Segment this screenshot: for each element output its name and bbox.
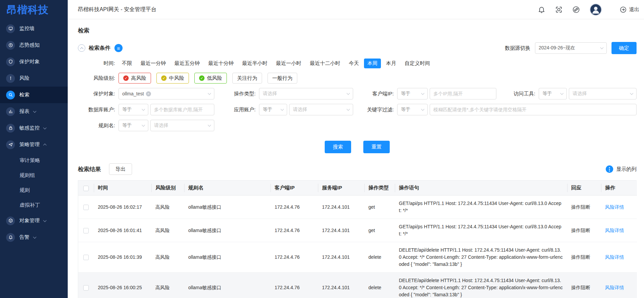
- column-header-8[interactable]: 操作: [601, 181, 637, 196]
- time-option-9[interactable]: 本月: [383, 59, 400, 68]
- table-row: 2025-08-26 16:00:25高风险ollama敏感接口172.24.4…: [78, 273, 637, 298]
- time-option-5[interactable]: 最近一小时: [273, 59, 305, 68]
- sidebar-subitem-audit-policy[interactable]: 审计策略: [0, 153, 68, 168]
- cell-server-ip: 172.24.4.101: [318, 242, 364, 273]
- cell-server-ip: 172.24.4.101: [318, 196, 364, 219]
- logout-arrow-icon: [620, 6, 627, 13]
- sidebar-item-policy-management[interactable]: 策略管理: [0, 136, 68, 153]
- sidebar-item-risk[interactable]: 风险: [0, 70, 68, 87]
- cell-risk-level: 高风险: [151, 219, 184, 242]
- risk-detail-link[interactable]: 风险详情: [605, 228, 624, 233]
- fullscreen-icon[interactable]: [555, 6, 563, 14]
- sidebar-item-alerts[interactable]: 告警: [0, 229, 68, 246]
- row-checkbox[interactable]: [83, 255, 89, 260]
- sidebar-item-situation-awareness[interactable]: 态势感知: [0, 37, 68, 53]
- risk-detail-link[interactable]: 风险详情: [605, 254, 624, 260]
- column-header-7[interactable]: 回应: [567, 181, 601, 196]
- rule-name-select[interactable]: 请选择: [150, 120, 214, 131]
- time-option-6[interactable]: 最近十二小时: [306, 59, 344, 68]
- time-option-10[interactable]: 自定义时间: [401, 59, 433, 68]
- user-avatar[interactable]: [589, 3, 602, 16]
- time-option-7[interactable]: 今天: [345, 59, 362, 68]
- db-account-input[interactable]: [150, 104, 214, 115]
- column-header-5[interactable]: 操作类型: [364, 181, 395, 196]
- client-ip-op-select[interactable]: 等于: [397, 88, 428, 99]
- tag-remove-icon[interactable]: ×: [146, 91, 151, 96]
- sidebar-item-protected-objects[interactable]: 保护对象: [0, 53, 68, 70]
- keyword-input[interactable]: [430, 104, 637, 115]
- row-checkbox[interactable]: [83, 205, 89, 210]
- sidebar-subitem-rule[interactable]: 规则: [0, 183, 68, 198]
- risk-detail-link[interactable]: 风险详情: [605, 285, 624, 290]
- logout-label: 退出: [629, 6, 639, 13]
- select-all-checkbox[interactable]: [83, 186, 89, 191]
- search-button[interactable]: 搜索: [325, 141, 351, 153]
- sidebar-item-object-management[interactable]: 对象管理: [0, 212, 68, 229]
- db-account-op-select[interactable]: 等于: [119, 104, 148, 115]
- column-header-2[interactable]: 规则名: [184, 181, 271, 196]
- risk-option-high[interactable]: ✓高风险: [119, 73, 151, 84]
- reset-button[interactable]: 重置: [363, 141, 390, 153]
- column-header-6[interactable]: 操作语句: [395, 181, 567, 196]
- cell-rule-name: ollama敏感接口: [184, 219, 271, 242]
- keyword-op-select[interactable]: 等于: [397, 104, 428, 115]
- time-option-1[interactable]: 最近一分钟: [137, 59, 169, 68]
- sidebar-item-reports[interactable]: 报表: [0, 103, 68, 120]
- cell-statement: DELETE/api/delete HTTP/1.1 Host: 172.24.…: [395, 273, 567, 298]
- protected-object-select[interactable]: ollma_test ×: [119, 88, 214, 99]
- risk-option-medium[interactable]: ✓中风险: [156, 73, 189, 84]
- form-row-3: 规则名: 等于 请选择: [78, 120, 637, 131]
- table-row: 2025-08-26 16:01:39高风险ollama敏感接口172.24.4…: [78, 242, 637, 273]
- column-header-1[interactable]: 风险级别: [151, 181, 184, 196]
- topbar: 昂楷科技API网关 - 安全管理平台 退出: [68, 0, 644, 19]
- confirm-button[interactable]: 确定: [611, 42, 637, 54]
- notification-bell-icon[interactable]: [538, 6, 545, 14]
- risk-option-normal[interactable]: 一般行为: [267, 73, 297, 84]
- column-header-3[interactable]: 客户端IP: [271, 181, 318, 196]
- cell-operation-type: delete: [364, 273, 395, 298]
- results-title: 检索结果: [78, 165, 101, 173]
- datasource-select[interactable]: 2024-09-26~现在: [535, 42, 607, 54]
- link-icon[interactable]: [572, 6, 580, 14]
- collapse-icon[interactable]: [78, 44, 85, 52]
- time-option-0[interactable]: 不限: [119, 59, 135, 68]
- cell-risk-level: 高风险: [151, 196, 184, 219]
- cell-statement: DELETE/api/delete HTTP/1.1 Host: 172.24.…: [395, 242, 567, 273]
- access-tool-select[interactable]: 请选择: [569, 88, 637, 99]
- search-icon: [6, 91, 15, 99]
- row-checkbox[interactable]: [83, 285, 89, 291]
- chevron-down-icon: [347, 91, 350, 95]
- row-checkbox[interactable]: [83, 228, 89, 233]
- columns-label: 显示的列: [616, 166, 637, 173]
- field-operation-type: 操作类型: 请选择: [214, 88, 353, 99]
- filter-menu-icon[interactable]: ≡: [114, 44, 123, 52]
- app-account-select[interactable]: 请选择: [289, 104, 353, 115]
- logout-button[interactable]: 退出: [620, 6, 639, 13]
- risk-option-low[interactable]: ✓低风险: [194, 73, 227, 84]
- sidebar-item-sensitive-monitor[interactable]: 敏感监控: [0, 120, 68, 136]
- risk-detail-link[interactable]: 风险详情: [605, 204, 624, 210]
- client-ip-input[interactable]: [430, 88, 496, 99]
- sidebar-subitem-rule-group[interactable]: 规则组: [0, 168, 68, 183]
- sidebar-item-label: 告警: [19, 234, 29, 240]
- sidebar-subitem-virtual-patch[interactable]: 虚拟补丁: [0, 198, 68, 212]
- access-tool-op-select[interactable]: 等于: [539, 88, 567, 99]
- export-button[interactable]: 导出: [109, 163, 132, 175]
- sidebar-item-search[interactable]: 检索: [0, 87, 68, 103]
- time-option-8[interactable]: 本周: [364, 59, 381, 68]
- monitor-icon: [6, 24, 15, 33]
- sidebar-item-monitor-wall[interactable]: 监控墙: [0, 20, 68, 37]
- column-header-0[interactable]: 时间: [94, 181, 151, 196]
- operation-type-select[interactable]: 请选择: [259, 88, 353, 99]
- time-option-2[interactable]: 最近五分钟: [171, 59, 203, 68]
- risk-option-label: 高风险: [131, 75, 146, 82]
- table-row: 2025-08-26 16:02:17高风险ollama敏感接口172.24.4…: [78, 196, 637, 219]
- time-option-4[interactable]: 最近半小时: [239, 59, 271, 68]
- chevron-down-icon: [347, 107, 350, 111]
- rule-name-op-select[interactable]: 等于: [119, 120, 148, 131]
- risk-option-attention[interactable]: 关注行为: [232, 73, 262, 84]
- column-header-4[interactable]: 服务端IP: [318, 181, 364, 196]
- time-option-3[interactable]: 最近十分钟: [205, 59, 237, 68]
- columns-toggle[interactable]: 显示的列: [606, 165, 637, 173]
- app-account-op-select[interactable]: 等于: [259, 104, 287, 115]
